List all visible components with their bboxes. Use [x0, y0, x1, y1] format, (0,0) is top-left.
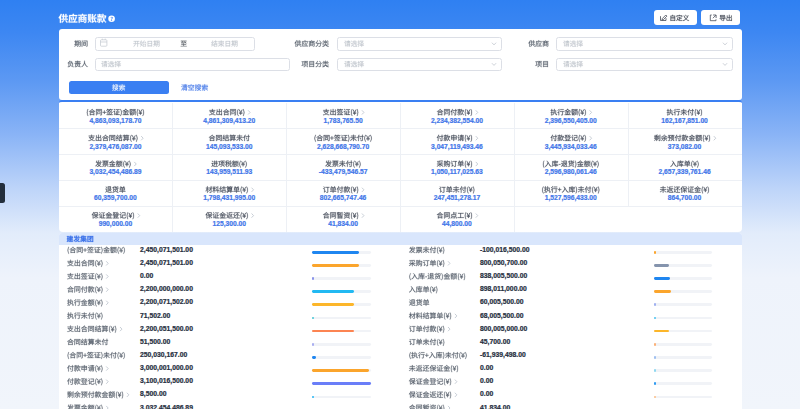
svg-text:-61,939,498.00: -61,939,498.00 — [480, 351, 526, 359]
svg-text:-433,479,546.57: -433,479,546.57 — [319, 168, 368, 176]
svg-text:45,700.00: 45,700.00 — [480, 338, 510, 346]
svg-text:3,100,016,500.00: 3,100,016,500.00 — [140, 377, 193, 385]
svg-text:247,451,278.17: 247,451,278.17 — [434, 194, 481, 202]
svg-text:3,000,001,000.00: 3,000,001,000.00 — [140, 364, 193, 372]
svg-text:71,502.00: 71,502.00 — [140, 312, 170, 320]
svg-text:898,011,000.00: 898,011,000.00 — [480, 285, 527, 293]
svg-text:1,050,117,025.63: 1,050,117,025.63 — [431, 168, 483, 176]
svg-text:838,005,500.00: 838,005,500.00 — [480, 272, 527, 280]
svg-text:0.00: 0.00 — [480, 364, 493, 371]
svg-text:2,450,071,501.00: 2,450,071,501.00 — [140, 259, 193, 267]
svg-text:2,234,382,554.00: 2,234,382,554.00 — [431, 117, 483, 125]
svg-text:1,798,431,995.00: 1,798,431,995.00 — [203, 194, 255, 202]
svg-text:60,359,700.00: 60,359,700.00 — [94, 194, 137, 202]
svg-text:41,834.00: 41,834.00 — [480, 404, 510, 409]
svg-text:3,032,454,486.89: 3,032,454,486.89 — [89, 168, 141, 176]
svg-text:145,093,533.00: 145,093,533.00 — [206, 143, 253, 151]
svg-text:2,657,339,761.46: 2,657,339,761.46 — [659, 168, 711, 176]
svg-text:0.00: 0.00 — [140, 272, 153, 279]
svg-text:68,005,500.00: 68,005,500.00 — [480, 312, 524, 320]
svg-text:8,500.00: 8,500.00 — [140, 390, 167, 398]
svg-text:2,200,000,000.00: 2,200,000,000.00 — [140, 285, 193, 293]
svg-text:2,396,550,405.00: 2,396,550,405.00 — [545, 117, 597, 125]
svg-text:0.00: 0.00 — [480, 390, 493, 397]
svg-text:990,000.00: 990,000.00 — [99, 220, 133, 228]
svg-text:0.00: 0.00 — [480, 377, 493, 384]
svg-text:2,596,980,061.46: 2,596,980,061.46 — [545, 168, 597, 176]
svg-text:44,800.00: 44,800.00 — [442, 220, 472, 228]
svg-text:802,665,747.46: 802,665,747.46 — [320, 194, 367, 202]
svg-text:2,628,668,790.70: 2,628,668,790.70 — [317, 143, 369, 151]
svg-text:4,863,093,178.70: 4,863,093,178.70 — [89, 117, 141, 125]
svg-text:2,450,071,501.00: 2,450,071,501.00 — [140, 246, 193, 254]
svg-text:143,959,511.93: 143,959,511.93 — [206, 168, 252, 176]
svg-text:3,445,934,033.46: 3,445,934,033.46 — [545, 143, 597, 151]
svg-text:41,834.00: 41,834.00 — [328, 220, 358, 228]
svg-text:250,030,167.00: 250,030,167.00 — [140, 351, 187, 359]
svg-text:864,700.00: 864,700.00 — [668, 194, 702, 202]
svg-text:1,783,765.50: 1,783,765.50 — [324, 117, 363, 125]
svg-text:3,047,119,493.46: 3,047,119,493.46 — [431, 143, 483, 151]
svg-text:2,379,476,087.00: 2,379,476,087.00 — [89, 143, 141, 151]
svg-text:800,005,000.00: 800,005,000.00 — [480, 325, 527, 333]
svg-text:162,167,851.00: 162,167,851.00 — [661, 117, 708, 125]
svg-text:2,200,071,502.00: 2,200,071,502.00 — [140, 298, 193, 306]
svg-text:3,032,454,486.89: 3,032,454,486.89 — [140, 404, 193, 409]
svg-text:51,500.00: 51,500.00 — [140, 338, 170, 346]
svg-text:60,005,500.00: 60,005,500.00 — [480, 298, 524, 306]
svg-text:800,050,700.00: 800,050,700.00 — [480, 259, 527, 267]
svg-text:2,200,051,500.00: 2,200,051,500.00 — [140, 325, 193, 333]
svg-text:125,300.00: 125,300.00 — [213, 220, 247, 228]
svg-text:4,861,309,413.20: 4,861,309,413.20 — [203, 117, 255, 125]
svg-text:-100,016,500.00: -100,016,500.00 — [480, 246, 530, 254]
svg-text:373,082.00: 373,082.00 — [668, 143, 702, 151]
svg-text:1,527,596,433.00: 1,527,596,433.00 — [545, 194, 597, 202]
